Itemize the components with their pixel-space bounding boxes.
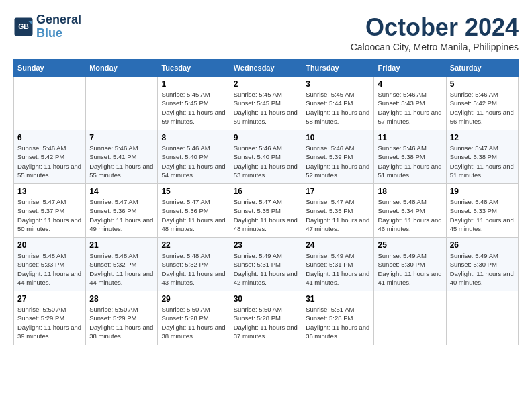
day-info: Sunrise: 5:46 AM Sunset: 5:38 PM Dayligh… (378, 144, 442, 179)
day-info: Sunrise: 5:49 AM Sunset: 5:30 PM Dayligh… (378, 251, 442, 287)
day-info: Sunrise: 5:50 AM Sunset: 5:28 PM Dayligh… (234, 305, 298, 340)
weekday-header: Sunday (14, 60, 86, 77)
day-number: 4 (378, 79, 442, 89)
calendar-cell (374, 291, 446, 345)
day-number: 6 (17, 133, 82, 142)
day-number: 13 (17, 187, 82, 196)
day-info: Sunrise: 5:47 AM Sunset: 5:37 PM Dayligh… (17, 197, 82, 233)
title-block: October 2024 Caloocan City, Metro Manila… (351, 13, 519, 52)
day-number: 10 (306, 133, 370, 142)
day-number: 8 (161, 133, 226, 142)
calendar-week-row: 20Sunrise: 5:48 AM Sunset: 5:33 PM Dayli… (14, 238, 519, 291)
calendar-cell: 2Sunrise: 5:45 AM Sunset: 5:45 PM Daylig… (230, 77, 302, 130)
day-number: 16 (234, 187, 298, 196)
calendar-cell: 20Sunrise: 5:48 AM Sunset: 5:33 PM Dayli… (14, 238, 86, 291)
day-info: Sunrise: 5:48 AM Sunset: 5:32 PM Dayligh… (161, 251, 226, 287)
day-number: 7 (89, 133, 154, 142)
day-info: Sunrise: 5:47 AM Sunset: 5:35 PM Dayligh… (234, 197, 298, 233)
weekday-header: Tuesday (158, 60, 230, 77)
day-number: 26 (450, 240, 515, 250)
day-info: Sunrise: 5:45 AM Sunset: 5:44 PM Dayligh… (306, 90, 370, 126)
calendar-header-row: SundayMondayTuesdayWednesdayThursdayFrid… (14, 60, 519, 77)
day-number: 31 (306, 294, 370, 304)
weekday-header: Saturday (446, 60, 518, 77)
day-info: Sunrise: 5:46 AM Sunset: 5:40 PM Dayligh… (234, 144, 298, 179)
day-number: 27 (17, 294, 82, 304)
weekday-header: Friday (374, 60, 446, 77)
day-info: Sunrise: 5:47 AM Sunset: 5:38 PM Dayligh… (450, 144, 515, 179)
calendar-cell: 24Sunrise: 5:49 AM Sunset: 5:31 PM Dayli… (302, 238, 374, 291)
calendar-cell: 31Sunrise: 5:51 AM Sunset: 5:28 PM Dayli… (302, 291, 374, 345)
day-info: Sunrise: 5:48 AM Sunset: 5:33 PM Dayligh… (450, 197, 515, 233)
day-number: 29 (161, 294, 226, 304)
calendar-cell: 15Sunrise: 5:47 AM Sunset: 5:36 PM Dayli… (158, 184, 230, 238)
day-number: 25 (378, 240, 442, 250)
day-info: Sunrise: 5:45 AM Sunset: 5:45 PM Dayligh… (161, 90, 226, 126)
calendar-cell: 9Sunrise: 5:46 AM Sunset: 5:40 PM Daylig… (230, 130, 302, 184)
calendar-cell: 30Sunrise: 5:50 AM Sunset: 5:28 PM Dayli… (230, 291, 302, 345)
calendar-cell (446, 291, 518, 345)
day-info: Sunrise: 5:47 AM Sunset: 5:36 PM Dayligh… (89, 197, 154, 233)
day-number: 9 (234, 133, 298, 142)
calendar-cell: 11Sunrise: 5:46 AM Sunset: 5:38 PM Dayli… (374, 130, 446, 184)
calendar-cell: 17Sunrise: 5:47 AM Sunset: 5:35 PM Dayli… (302, 184, 374, 238)
day-number: 14 (89, 187, 154, 196)
svg-text:GB: GB (18, 22, 29, 30)
calendar-cell: 7Sunrise: 5:46 AM Sunset: 5:41 PM Daylig… (86, 130, 158, 184)
calendar-cell: 8Sunrise: 5:46 AM Sunset: 5:40 PM Daylig… (158, 130, 230, 184)
day-info: Sunrise: 5:51 AM Sunset: 5:28 PM Dayligh… (306, 305, 370, 340)
day-number: 21 (89, 240, 154, 250)
location-subtitle: Caloocan City, Metro Manila, Philippines (351, 42, 519, 52)
page-header: GB General Blue October 2024 Caloocan Ci… (13, 13, 519, 52)
calendar-cell: 1Sunrise: 5:45 AM Sunset: 5:45 PM Daylig… (158, 77, 230, 130)
calendar-week-row: 6Sunrise: 5:46 AM Sunset: 5:42 PM Daylig… (14, 130, 519, 184)
day-number: 23 (234, 240, 298, 250)
day-info: Sunrise: 5:48 AM Sunset: 5:33 PM Dayligh… (17, 251, 82, 287)
day-info: Sunrise: 5:47 AM Sunset: 5:36 PM Dayligh… (161, 197, 226, 233)
calendar-cell: 18Sunrise: 5:48 AM Sunset: 5:34 PM Dayli… (374, 184, 446, 238)
day-info: Sunrise: 5:47 AM Sunset: 5:35 PM Dayligh… (306, 197, 370, 233)
calendar-cell: 25Sunrise: 5:49 AM Sunset: 5:30 PM Dayli… (374, 238, 446, 291)
weekday-header: Thursday (302, 60, 374, 77)
day-number: 12 (450, 133, 515, 142)
day-number: 18 (378, 187, 442, 196)
day-info: Sunrise: 5:50 AM Sunset: 5:28 PM Dayligh… (161, 305, 226, 340)
calendar-cell: 23Sunrise: 5:49 AM Sunset: 5:31 PM Dayli… (230, 238, 302, 291)
day-number: 11 (378, 133, 442, 142)
calendar-cell: 26Sunrise: 5:49 AM Sunset: 5:30 PM Dayli… (446, 238, 518, 291)
calendar-week-row: 27Sunrise: 5:50 AM Sunset: 5:29 PM Dayli… (14, 291, 519, 345)
day-info: Sunrise: 5:45 AM Sunset: 5:45 PM Dayligh… (234, 90, 298, 126)
day-number: 24 (306, 240, 370, 250)
day-info: Sunrise: 5:48 AM Sunset: 5:32 PM Dayligh… (89, 251, 154, 287)
day-info: Sunrise: 5:50 AM Sunset: 5:29 PM Dayligh… (89, 305, 154, 340)
month-title: October 2024 (351, 13, 519, 42)
day-info: Sunrise: 5:50 AM Sunset: 5:29 PM Dayligh… (17, 305, 82, 340)
calendar-cell: 10Sunrise: 5:46 AM Sunset: 5:39 PM Dayli… (302, 130, 374, 184)
day-info: Sunrise: 5:49 AM Sunset: 5:31 PM Dayligh… (234, 251, 298, 287)
day-number: 3 (306, 79, 370, 89)
logo: GB General Blue (13, 13, 81, 40)
day-number: 19 (450, 187, 515, 196)
day-number: 1 (161, 79, 226, 89)
weekday-header: Monday (86, 60, 158, 77)
day-info: Sunrise: 5:49 AM Sunset: 5:31 PM Dayligh… (306, 251, 370, 287)
logo-icon: GB (13, 17, 34, 37)
day-info: Sunrise: 5:46 AM Sunset: 5:41 PM Dayligh… (89, 144, 154, 179)
day-info: Sunrise: 5:46 AM Sunset: 5:42 PM Dayligh… (450, 90, 515, 126)
calendar-cell: 14Sunrise: 5:47 AM Sunset: 5:36 PM Dayli… (86, 184, 158, 238)
calendar-cell: 16Sunrise: 5:47 AM Sunset: 5:35 PM Dayli… (230, 184, 302, 238)
calendar-cell (86, 77, 158, 130)
calendar-body: 1Sunrise: 5:45 AM Sunset: 5:45 PM Daylig… (14, 77, 519, 345)
day-number: 28 (89, 294, 154, 304)
day-number: 15 (161, 187, 226, 196)
day-number: 17 (306, 187, 370, 196)
calendar-cell: 27Sunrise: 5:50 AM Sunset: 5:29 PM Dayli… (14, 291, 86, 345)
calendar-week-row: 1Sunrise: 5:45 AM Sunset: 5:45 PM Daylig… (14, 77, 519, 130)
calendar-cell: 6Sunrise: 5:46 AM Sunset: 5:42 PM Daylig… (14, 130, 86, 184)
day-number: 30 (234, 294, 298, 304)
calendar-cell: 29Sunrise: 5:50 AM Sunset: 5:28 PM Dayli… (158, 291, 230, 345)
day-info: Sunrise: 5:46 AM Sunset: 5:40 PM Dayligh… (161, 144, 226, 179)
calendar-cell: 12Sunrise: 5:47 AM Sunset: 5:38 PM Dayli… (446, 130, 518, 184)
calendar-cell: 5Sunrise: 5:46 AM Sunset: 5:42 PM Daylig… (446, 77, 518, 130)
calendar-cell: 3Sunrise: 5:45 AM Sunset: 5:44 PM Daylig… (302, 77, 374, 130)
